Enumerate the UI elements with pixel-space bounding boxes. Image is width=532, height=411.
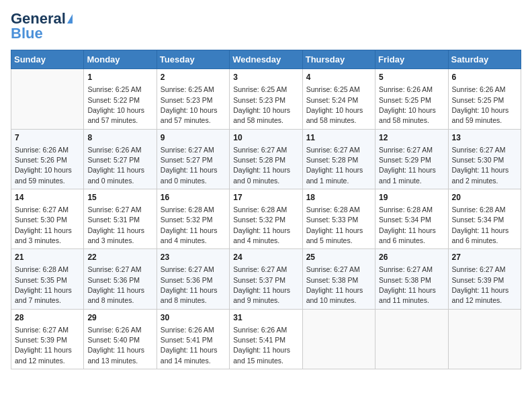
calendar-cell: 9Sunrise: 6:27 AM Sunset: 5:27 PM Daylig… [157, 129, 229, 189]
day-number: 17 [233, 192, 298, 203]
calendar-header-tuesday: Tuesday [157, 50, 229, 69]
calendar-cell: 24Sunrise: 6:27 AM Sunset: 5:37 PM Dayli… [230, 249, 302, 309]
calendar-cell: 26Sunrise: 6:27 AM Sunset: 5:38 PM Dayli… [375, 249, 448, 309]
day-info: Sunrise: 6:28 AM Sunset: 5:35 PM Dayligh… [15, 265, 72, 304]
day-info: Sunrise: 6:26 AM Sunset: 5:41 PM Dayligh… [233, 326, 290, 365]
day-number: 4 [306, 72, 371, 83]
day-number: 2 [161, 72, 226, 83]
calendar-cell: 18Sunrise: 6:28 AM Sunset: 5:33 PM Dayli… [302, 189, 375, 249]
page-header: General Blue [11, 11, 521, 42]
day-info: Sunrise: 6:27 AM Sunset: 5:29 PM Dayligh… [379, 146, 436, 185]
day-info: Sunrise: 6:26 AM Sunset: 5:25 PM Dayligh… [452, 85, 509, 124]
day-info: Sunrise: 6:27 AM Sunset: 5:39 PM Dayligh… [15, 326, 72, 365]
calendar-cell [11, 69, 84, 129]
calendar-week-row: 7Sunrise: 6:26 AM Sunset: 5:26 PM Daylig… [11, 129, 521, 189]
day-info: Sunrise: 6:28 AM Sunset: 5:33 PM Dayligh… [306, 205, 363, 244]
day-info: Sunrise: 6:26 AM Sunset: 5:27 PM Dayligh… [87, 146, 144, 185]
day-number: 25 [306, 252, 371, 263]
calendar-cell [375, 309, 448, 369]
calendar-cell: 14Sunrise: 6:27 AM Sunset: 5:30 PM Dayli… [11, 189, 84, 249]
calendar-table: SundayMondayTuesdayWednesdayThursdayFrid… [11, 50, 521, 369]
day-number: 23 [161, 252, 226, 263]
calendar-cell: 19Sunrise: 6:28 AM Sunset: 5:34 PM Dayli… [375, 189, 448, 249]
calendar-cell: 25Sunrise: 6:27 AM Sunset: 5:38 PM Dayli… [302, 249, 375, 309]
calendar-cell: 28Sunrise: 6:27 AM Sunset: 5:39 PM Dayli… [11, 309, 84, 369]
day-number: 10 [233, 132, 298, 144]
calendar-body: 1Sunrise: 6:25 AM Sunset: 5:22 PM Daylig… [11, 69, 521, 369]
calendar-week-row: 1Sunrise: 6:25 AM Sunset: 5:22 PM Daylig… [11, 69, 521, 129]
logo-text-blue: Blue [11, 26, 43, 42]
day-info: Sunrise: 6:28 AM Sunset: 5:34 PM Dayligh… [452, 205, 509, 244]
day-number: 18 [306, 192, 371, 203]
calendar-cell: 30Sunrise: 6:26 AM Sunset: 5:41 PM Dayli… [157, 309, 229, 369]
day-info: Sunrise: 6:27 AM Sunset: 5:38 PM Dayligh… [379, 265, 436, 304]
calendar-week-row: 28Sunrise: 6:27 AM Sunset: 5:39 PM Dayli… [11, 309, 521, 369]
day-number: 21 [15, 252, 80, 263]
day-info: Sunrise: 6:27 AM Sunset: 5:28 PM Dayligh… [233, 146, 290, 185]
calendar-cell: 4Sunrise: 6:25 AM Sunset: 5:24 PM Daylig… [302, 69, 375, 129]
calendar-header-thursday: Thursday [302, 50, 375, 69]
day-info: Sunrise: 6:26 AM Sunset: 5:40 PM Dayligh… [87, 326, 144, 365]
calendar-cell: 11Sunrise: 6:27 AM Sunset: 5:28 PM Dayli… [302, 129, 375, 189]
day-info: Sunrise: 6:26 AM Sunset: 5:26 PM Dayligh… [15, 146, 72, 185]
calendar-cell: 6Sunrise: 6:26 AM Sunset: 5:25 PM Daylig… [448, 69, 521, 129]
day-info: Sunrise: 6:27 AM Sunset: 5:38 PM Dayligh… [306, 265, 363, 304]
calendar-cell [448, 309, 521, 369]
day-number: 22 [87, 252, 152, 263]
calendar-header-saturday: Saturday [448, 50, 521, 69]
calendar-cell: 17Sunrise: 6:28 AM Sunset: 5:32 PM Dayli… [230, 189, 302, 249]
day-info: Sunrise: 6:27 AM Sunset: 5:27 PM Dayligh… [161, 146, 218, 185]
day-number: 15 [87, 192, 152, 203]
day-number: 12 [379, 132, 444, 144]
day-number: 31 [233, 312, 298, 324]
logo: General Blue [11, 11, 73, 42]
calendar-cell: 2Sunrise: 6:25 AM Sunset: 5:23 PM Daylig… [157, 69, 229, 129]
calendar-header-wednesday: Wednesday [230, 50, 302, 69]
day-number: 20 [452, 192, 517, 203]
day-info: Sunrise: 6:27 AM Sunset: 5:36 PM Dayligh… [87, 265, 144, 304]
day-number: 5 [379, 72, 444, 83]
day-info: Sunrise: 6:27 AM Sunset: 5:37 PM Dayligh… [233, 265, 290, 304]
calendar-cell: 13Sunrise: 6:27 AM Sunset: 5:30 PM Dayli… [448, 129, 521, 189]
day-info: Sunrise: 6:27 AM Sunset: 5:36 PM Dayligh… [161, 265, 218, 304]
calendar-header-friday: Friday [375, 50, 448, 69]
day-number: 28 [15, 312, 80, 324]
day-info: Sunrise: 6:26 AM Sunset: 5:41 PM Dayligh… [161, 326, 218, 365]
calendar-week-row: 21Sunrise: 6:28 AM Sunset: 5:35 PM Dayli… [11, 249, 521, 309]
day-info: Sunrise: 6:28 AM Sunset: 5:32 PM Dayligh… [161, 205, 218, 244]
calendar-cell: 3Sunrise: 6:25 AM Sunset: 5:23 PM Daylig… [230, 69, 302, 129]
calendar-cell: 1Sunrise: 6:25 AM Sunset: 5:22 PM Daylig… [84, 69, 157, 129]
day-info: Sunrise: 6:28 AM Sunset: 5:34 PM Dayligh… [379, 205, 436, 244]
day-number: 16 [161, 192, 226, 203]
day-number: 11 [306, 132, 371, 144]
day-info: Sunrise: 6:27 AM Sunset: 5:28 PM Dayligh… [306, 146, 363, 185]
day-number: 30 [161, 312, 226, 324]
day-number: 1 [87, 72, 152, 83]
day-number: 14 [15, 192, 80, 203]
day-info: Sunrise: 6:28 AM Sunset: 5:32 PM Dayligh… [233, 205, 290, 244]
day-info: Sunrise: 6:26 AM Sunset: 5:25 PM Dayligh… [379, 85, 436, 124]
day-number: 7 [15, 132, 80, 144]
day-info: Sunrise: 6:25 AM Sunset: 5:22 PM Dayligh… [87, 85, 144, 124]
calendar-header-row: SundayMondayTuesdayWednesdayThursdayFrid… [11, 50, 521, 69]
calendar-cell: 10Sunrise: 6:27 AM Sunset: 5:28 PM Dayli… [230, 129, 302, 189]
calendar-cell: 7Sunrise: 6:26 AM Sunset: 5:26 PM Daylig… [11, 129, 84, 189]
day-number: 29 [87, 312, 152, 324]
day-info: Sunrise: 6:27 AM Sunset: 5:30 PM Dayligh… [15, 205, 72, 244]
calendar-cell: 5Sunrise: 6:26 AM Sunset: 5:25 PM Daylig… [375, 69, 448, 129]
calendar-header-sunday: Sunday [11, 50, 84, 69]
calendar-week-row: 14Sunrise: 6:27 AM Sunset: 5:30 PM Dayli… [11, 189, 521, 249]
day-number: 3 [233, 72, 298, 83]
calendar-cell: 20Sunrise: 6:28 AM Sunset: 5:34 PM Dayli… [448, 189, 521, 249]
day-info: Sunrise: 6:25 AM Sunset: 5:24 PM Dayligh… [306, 85, 363, 124]
day-number: 6 [452, 72, 517, 83]
day-number: 19 [379, 192, 444, 203]
day-info: Sunrise: 6:25 AM Sunset: 5:23 PM Dayligh… [161, 85, 218, 124]
day-number: 13 [452, 132, 517, 144]
calendar-cell [302, 309, 375, 369]
day-number: 9 [161, 132, 226, 144]
calendar-cell: 29Sunrise: 6:26 AM Sunset: 5:40 PM Dayli… [84, 309, 157, 369]
day-info: Sunrise: 6:27 AM Sunset: 5:31 PM Dayligh… [87, 205, 144, 244]
day-number: 8 [87, 132, 152, 144]
calendar-cell: 16Sunrise: 6:28 AM Sunset: 5:32 PM Dayli… [157, 189, 229, 249]
